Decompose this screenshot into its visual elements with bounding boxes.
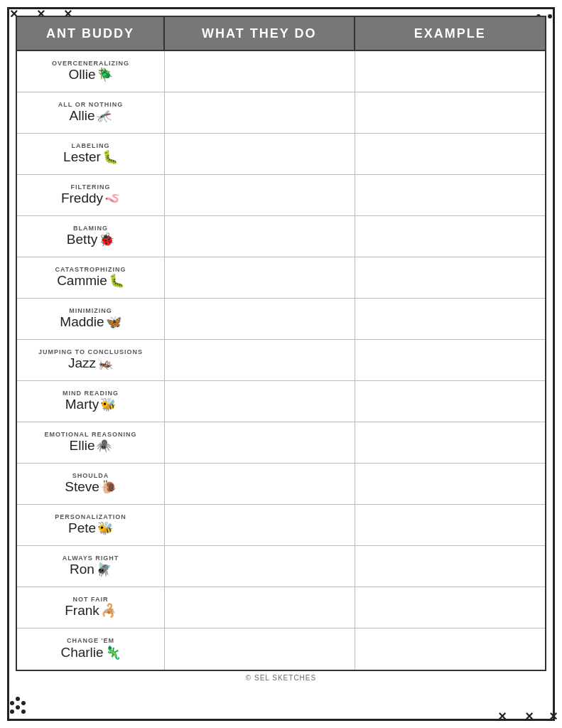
table-row: JUMPING TO CONCLUSIONSJazz🦗 (17, 340, 545, 381)
ant-name-row: Pete🐝 (68, 520, 113, 536)
header-example: EXAMPLE (355, 17, 545, 50)
cell-buddy-14: CHANGE 'EMCharlie🦎 (17, 628, 165, 670)
cell-example-4 (355, 216, 545, 257)
deco-dot-12 (10, 710, 14, 714)
ant-name-row: Cammie🐛 (57, 273, 124, 289)
ant-name-row: Betty🐞 (67, 232, 114, 247)
ant-name-row: Freddy🪱 (61, 191, 120, 206)
ant-name: Ollie (69, 67, 96, 82)
table-row: NOT FAIRFrank🦂 (17, 587, 545, 628)
cell-example-1 (355, 92, 545, 133)
cell-example-10 (355, 464, 545, 504)
ant-name-row: Allie🦟 (70, 108, 112, 124)
ant-type-label: JUMPING TO CONCLUSIONS (38, 349, 143, 356)
cell-example-3 (355, 175, 545, 215)
cell-buddy-9: EMOTIONAL REASONINGEllie🕷️ (17, 422, 165, 463)
cell-example-8 (355, 381, 545, 422)
cell-what-5 (165, 257, 355, 298)
ant-name-row: Steve🐌 (65, 479, 117, 495)
bug-icon: 🕷️ (96, 439, 112, 452)
bug-icon: 🦟 (96, 109, 112, 122)
cell-example-14 (355, 628, 545, 670)
header-col1-label: ANT BUDDY (46, 26, 134, 41)
bug-icon: 🐌 (101, 481, 117, 493)
cell-example-2 (355, 134, 545, 174)
cell-buddy-1: ALL OR NOTHINGAllie🦟 (17, 92, 165, 133)
cell-buddy-0: OVERCENERALIZINGOllie🪲 (17, 51, 165, 92)
ant-type-label: MINIMIZING (69, 308, 112, 315)
cell-what-13 (165, 587, 355, 628)
table-body: OVERCENERALIZINGOllie🪲ALL OR NOTHINGAlli… (16, 51, 546, 671)
cell-example-13 (355, 587, 545, 628)
content-area: ANT BUDDY WHAT THEY DO EXAMPLE OVERCENER… (16, 16, 546, 712)
table-row: MIND READINGMarty🐝 (17, 381, 545, 422)
table-row: ALL OR NOTHINGAllie🦟 (17, 92, 545, 134)
ant-name: Jazz (68, 355, 96, 371)
header-col2-label: WHAT THEY DO (202, 26, 316, 41)
bug-icon: 🦂 (101, 604, 117, 617)
bug-icon: 🪲 (97, 68, 113, 81)
ant-name-row: Maddie🦋 (60, 314, 121, 330)
table-row: FILTERINGFreddy🪱 (17, 175, 545, 216)
ant-type-label: MIND READING (63, 390, 119, 397)
cell-buddy-2: LABELINGLester🐛 (17, 134, 165, 174)
cell-what-10 (165, 464, 355, 504)
bug-icon: 🦋 (106, 316, 121, 328)
cell-what-3 (165, 175, 355, 215)
table-row: CHANGE 'EMCharlie🦎 (17, 628, 545, 670)
cell-buddy-12: ALWAYS RIGHTRon🪰 (17, 546, 165, 587)
ant-name: Steve (65, 479, 99, 495)
ant-name: Betty (67, 232, 97, 247)
cell-what-14 (165, 628, 355, 670)
ant-name: Charlie (60, 645, 103, 660)
cell-what-9 (165, 422, 355, 463)
ant-type-label: NOT FAIR (73, 596, 109, 604)
cell-buddy-8: MIND READINGMarty🐝 (17, 381, 165, 422)
cell-example-11 (355, 505, 545, 545)
cell-what-0 (165, 51, 355, 92)
ant-type-label: CHANGE 'EM (67, 638, 114, 645)
cell-buddy-5: CATASTROPHIZINGCammie🐛 (17, 257, 165, 298)
cell-what-1 (165, 92, 355, 133)
bug-icon: 🐝 (97, 522, 113, 535)
cell-example-5 (355, 257, 545, 298)
bug-icon: 🦗 (97, 357, 113, 370)
bug-icon: 🪰 (96, 563, 112, 576)
ant-name-row: Jazz🦗 (68, 355, 113, 371)
ant-name-row: Ollie🪲 (69, 67, 113, 82)
ant-name-row: Marty🐝 (65, 397, 117, 412)
deco-x-6: × (549, 708, 558, 724)
cell-what-4 (165, 216, 355, 257)
cell-what-2 (165, 134, 355, 174)
ant-type-label: EMOTIONAL REASONING (45, 432, 137, 439)
cell-buddy-11: PERSONALIZATIONPete🐝 (17, 505, 165, 545)
cell-buddy-3: FILTERINGFreddy🪱 (17, 175, 165, 215)
deco-dot-7 (10, 701, 14, 705)
ant-name-row: Lester🐛 (63, 149, 118, 165)
cell-what-8 (165, 381, 355, 422)
cell-what-11 (165, 505, 355, 545)
table-row: LABELINGLester🐛 (17, 134, 545, 175)
ant-type-label: ALL OR NOTHING (58, 102, 123, 109)
table-row: PERSONALIZATIONPete🐝 (17, 505, 545, 546)
cell-example-12 (355, 546, 545, 587)
bug-icon: 🐛 (102, 151, 118, 164)
ant-name: Allie (70, 108, 95, 124)
ant-type-label: ALWAYS RIGHT (63, 555, 119, 562)
ant-type-label: BLAMING (73, 225, 108, 232)
cell-what-7 (165, 340, 355, 380)
ant-name: Ron (70, 562, 94, 577)
bug-icon: 🐛 (109, 274, 124, 287)
bug-icon: 🪱 (104, 192, 120, 205)
cell-what-6 (165, 299, 355, 339)
cell-buddy-4: BLAMINGBetty🐞 (17, 216, 165, 257)
table-row: BLAMINGBetty🐞 (17, 216, 545, 257)
ant-name-row: Ron🪰 (70, 562, 112, 577)
bug-icon: 🐞 (99, 233, 114, 246)
footer-credit: © SEL SKETCHES (16, 674, 546, 682)
cell-example-0 (355, 51, 545, 92)
table-row: EMOTIONAL REASONINGEllie🕷️ (17, 422, 545, 464)
deco-dot-3 (548, 14, 552, 18)
ant-name: Cammie (57, 273, 107, 289)
cell-what-12 (165, 546, 355, 587)
